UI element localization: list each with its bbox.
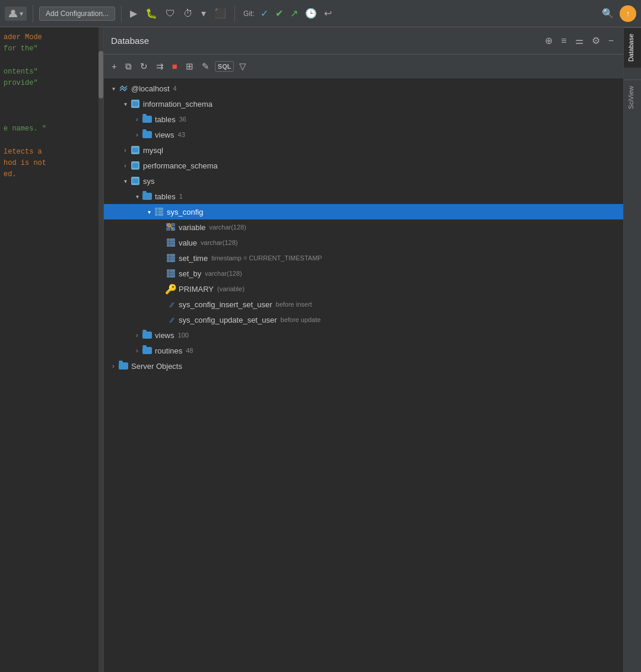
search-button[interactable]: 🔍 bbox=[599, 5, 616, 21]
tree-item-col-set-time[interactable]: set_time timestamp = CURRENT_TIMESTAMP bbox=[104, 250, 623, 266]
stop-button[interactable]: ⬛ bbox=[212, 5, 229, 21]
trigger-icon-update: ⫽ bbox=[166, 314, 176, 325]
stop-button-db[interactable]: ■ bbox=[169, 59, 180, 73]
tree-item-sys-views[interactable]: › views 100 bbox=[104, 327, 623, 343]
avatar[interactable]: ↑ bbox=[620, 5, 636, 22]
mysql-label: mysql bbox=[143, 146, 163, 155]
chevron-information-schema: ▾ bbox=[120, 99, 130, 109]
database-panel: Database ⊕ ≡ ⚌ ⚙ − + ⧉ ↻ ⇉ ■ ⊞ ✎ SQL ▽ bbox=[104, 27, 623, 672]
filter-tree-button[interactable]: ▽ bbox=[236, 59, 249, 74]
tree-item-col-set-by[interactable]: set_by varchar(128) bbox=[104, 266, 623, 281]
sql-button[interactable]: SQL bbox=[215, 61, 234, 72]
folder-icon-sys-tables bbox=[142, 191, 153, 202]
code-snippet: ader Mode for the" ontents" provide" e n… bbox=[0, 27, 103, 185]
col-value-type: varchar(128) bbox=[201, 239, 237, 246]
col-icon-set-by bbox=[166, 268, 176, 279]
info-views-label: views bbox=[155, 130, 174, 139]
sys-config-label: sys_config bbox=[167, 208, 203, 216]
git-commit-button[interactable]: ✔ bbox=[273, 5, 285, 21]
sys-views-badge: 100 bbox=[178, 332, 189, 339]
info-tables-label: tables bbox=[155, 115, 176, 124]
chevron-info-views: › bbox=[132, 130, 142, 139]
git-label: Git: bbox=[243, 9, 255, 18]
key-icon-primary: 🔑 bbox=[166, 284, 176, 294]
chevron-info-tables: › bbox=[132, 114, 142, 124]
localhost-label: @localhost bbox=[131, 84, 170, 93]
tree-item-information-schema[interactable]: ▾ information_schema bbox=[104, 96, 623, 112]
copy-button[interactable]: ⧉ bbox=[122, 59, 135, 74]
sys-tables-badge: 1 bbox=[179, 193, 183, 200]
new-element-button[interactable]: + bbox=[109, 59, 120, 73]
tree-item-trigger-update[interactable]: ⫽ sys_config_update_set_user before upda… bbox=[104, 312, 623, 327]
tree-item-info-views[interactable]: › views 43 bbox=[104, 127, 623, 142]
divider-2 bbox=[121, 5, 122, 22]
trigger-update-detail: before update bbox=[281, 316, 321, 323]
folder-icon-sys-routines bbox=[142, 345, 153, 356]
chevron-sys-config: ▾ bbox=[144, 207, 154, 216]
schema-button[interactable]: ⇉ bbox=[153, 59, 167, 74]
tab-database[interactable]: Database bbox=[624, 27, 641, 68]
tab-sciview[interactable]: SciView bbox=[624, 79, 641, 115]
sys-routines-label: routines bbox=[155, 346, 182, 355]
chevron-mysql: › bbox=[120, 145, 130, 155]
tree-item-col-value[interactable]: value varchar(128) bbox=[104, 235, 623, 250]
col-set-by-label: set_by bbox=[179, 269, 201, 278]
sys-tables-label: tables bbox=[155, 192, 176, 201]
left-scrollbar[interactable] bbox=[99, 27, 103, 672]
information-schema-label: information_schema bbox=[143, 100, 212, 109]
left-panel: ader Mode for the" ontents" provide" e n… bbox=[0, 27, 104, 672]
refresh-button[interactable]: ↻ bbox=[137, 59, 151, 74]
git-history-button[interactable]: 🕒 bbox=[303, 5, 319, 21]
tree-item-trigger-insert[interactable]: ⫽ sys_config_insert_set_user before inse… bbox=[104, 297, 623, 312]
coverage-button[interactable]: 🛡 bbox=[163, 6, 177, 21]
tree-item-mysql[interactable]: › mysql bbox=[104, 142, 623, 158]
filter-icon[interactable]: ⚌ bbox=[573, 34, 586, 47]
folder-icon-info-tables bbox=[142, 114, 153, 125]
add-datasource-icon[interactable]: ⊕ bbox=[542, 34, 555, 47]
svg-rect-20 bbox=[167, 269, 175, 278]
tree-item-sys-routines[interactable]: › routines 48 bbox=[104, 343, 623, 358]
grid-button[interactable]: ⊞ bbox=[183, 59, 196, 74]
svg-rect-16 bbox=[167, 254, 175, 262]
add-configuration-button[interactable]: Add Configuration... bbox=[39, 7, 115, 21]
tree-item-localhost[interactable]: ▾ @localhost 4 bbox=[104, 81, 623, 96]
git-update-button[interactable]: ✓ bbox=[258, 5, 271, 21]
settings-icon[interactable]: ⚙ bbox=[589, 34, 602, 47]
primary-index-label: PRIMARY bbox=[179, 285, 214, 294]
chevron-sys-views: › bbox=[132, 330, 142, 340]
chevron-sys-routines: › bbox=[132, 346, 142, 355]
tree-item-performance-schema[interactable]: › performance_schema bbox=[104, 158, 623, 173]
top-toolbar: ▾ Add Configuration... ▶ 🐛 🛡 ⏱ ▾ ⬛ Git: … bbox=[0, 0, 641, 27]
chevron-sys: ▾ bbox=[120, 176, 130, 186]
run-button[interactable]: ▶ bbox=[128, 5, 139, 21]
minimize-icon[interactable]: − bbox=[606, 34, 616, 47]
tree-item-server-objects[interactable]: › Server Objects bbox=[104, 358, 623, 374]
tree-item-col-variable[interactable]: variable varchar(128) bbox=[104, 219, 623, 235]
trigger-icon-insert: ⫽ bbox=[166, 299, 176, 310]
tree-item-info-tables[interactable]: › tables 36 bbox=[104, 112, 623, 127]
right-sidebar: Database SciView bbox=[623, 27, 641, 672]
svg-rect-12 bbox=[167, 238, 175, 247]
debug-button[interactable]: 🐛 bbox=[143, 5, 160, 21]
col-set-time-label: set_time bbox=[179, 254, 208, 263]
db-icon-perf-schema bbox=[130, 160, 141, 171]
info-views-badge: 43 bbox=[178, 131, 185, 138]
tree-item-primary-index[interactable]: 🔑 PRIMARY (variable) bbox=[104, 281, 623, 297]
db-icon-information-schema bbox=[130, 98, 141, 109]
git-revert-button[interactable]: ↩ bbox=[322, 5, 334, 21]
dropdown-button[interactable]: ▾ bbox=[199, 5, 208, 21]
tree-item-sys[interactable]: ▾ sys bbox=[104, 173, 623, 189]
divider-1 bbox=[33, 5, 33, 22]
git-push-button[interactable]: ↗ bbox=[288, 5, 300, 21]
database-tree: ▾ @localhost 4 ▾ informatio bbox=[104, 78, 623, 672]
edit-button[interactable]: ✎ bbox=[199, 59, 212, 74]
profile-button[interactable]: ⏱ bbox=[181, 6, 195, 21]
tree-item-sys-config[interactable]: ▾ sys_config bbox=[104, 204, 623, 219]
align-icon[interactable]: ≡ bbox=[559, 34, 569, 47]
user-menu[interactable]: ▾ bbox=[5, 7, 27, 21]
sys-routines-badge: 48 bbox=[186, 347, 193, 354]
folder-icon-server-objects bbox=[118, 361, 129, 371]
chevron-perf-schema: › bbox=[120, 161, 130, 170]
tree-item-sys-tables[interactable]: ▾ tables 1 bbox=[104, 189, 623, 204]
trigger-insert-detail: before insert bbox=[276, 301, 312, 308]
